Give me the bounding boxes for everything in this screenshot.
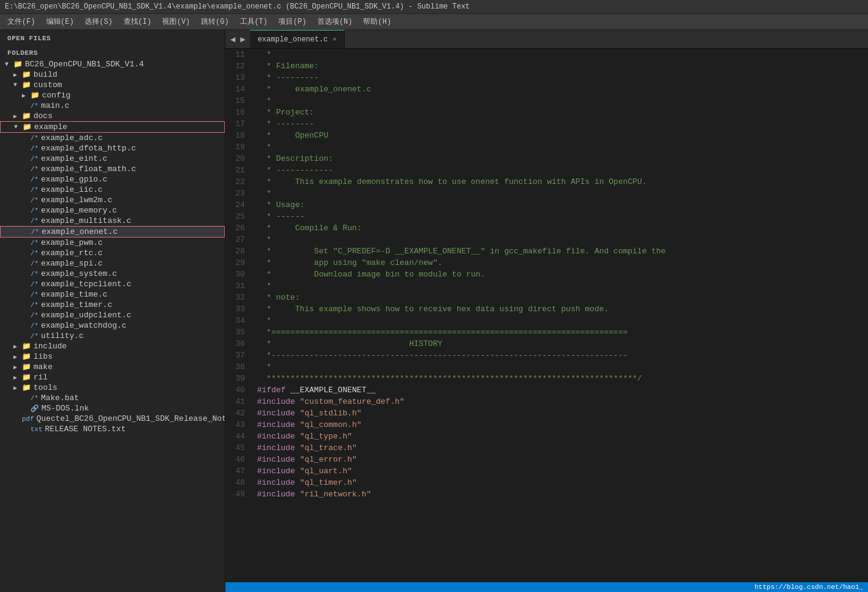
file-item[interactable]: /*example_gpio.c [0,174,225,185]
menu-item[interactable]: 选择(S) [80,15,118,28]
file-item[interactable]: /*example_dfota_http.c [0,143,225,153]
line-content: #include "ql_uart.h" [255,465,868,477]
file-item[interactable]: /*example_time.c [0,289,225,300]
code-line: 38 * [225,361,868,373]
menu-item[interactable]: 编辑(E) [41,15,79,28]
open-files-label: OPEN FILES [0,30,225,44]
folder-item[interactable]: ▶📁ril [0,372,225,382]
file-item[interactable]: pdfQuectel_BC26_OpenCPU_NB1_SDK_Release_… [0,414,225,424]
file-type-icon: /* [30,145,38,152]
file-label: utility.c [41,331,83,340]
file-item[interactable]: /*example_iic.c [0,185,225,195]
code-line: 42#include "ql_stdlib.h" [225,407,868,419]
menu-item[interactable]: 帮助(H) [358,15,396,28]
file-label: example_udpclient.c [41,311,131,320]
line-content: #ifdef __EXAMPLE_ONENET__ [255,384,868,396]
tab-close-icon[interactable]: × [333,36,337,43]
file-label: example_time.c [41,290,107,299]
folder-icon: 📁 [22,342,31,351]
folder-item[interactable]: ▶📁libs [0,351,225,362]
folder-label: custom [34,80,62,90]
file-type-icon: /* [30,270,38,278]
folder-label: tools [34,383,57,392]
menu-item[interactable]: 视图(V) [157,15,195,28]
code-line: 34 * [225,315,868,326]
menu-item[interactable]: 跳转(G) [196,15,234,28]
line-number: 31 [225,280,255,292]
file-item[interactable]: /*example_udpclient.c [0,310,225,320]
code-line: 47#include "ql_uart.h" [225,465,868,477]
code-line: 27 * [225,234,868,245]
folder-item[interactable]: ▶📁config [0,90,225,100]
file-type-icon: /* [30,281,38,288]
file-item[interactable]: /*example_lwm2m.c [0,195,225,205]
file-type-icon: /* [30,197,38,204]
status-bar: https://blog.csdn.net/hao1_ [225,582,868,592]
tab-label: example_onenet.c [258,35,328,44]
line-number: 27 [225,234,255,245]
folder-item[interactable]: ▼📁example [0,121,225,133]
folder-arrow: ▶ [13,353,22,361]
nav-right-arrow[interactable]: ▶ [238,32,247,47]
nav-left-arrow[interactable]: ◀ [228,32,238,47]
file-item[interactable]: 🔗MS-DOS.lnk [0,403,225,414]
line-number: 20 [225,153,255,164]
code-line: 22 * This example demonstrates how to us… [225,176,868,188]
file-item[interactable]: /*main.c [0,100,225,111]
line-number: 29 [225,257,255,269]
file-type-icon: /* [30,207,38,214]
folder-item[interactable]: ▼📁BC26_OpenCPU_NB1_SDK_V1.4 [0,59,225,69]
file-item[interactable]: /*example_memory.c [0,205,225,216]
menu-item[interactable]: 工具(T) [235,15,273,28]
file-item[interactable]: /*example_tcpclient.c [0,279,225,289]
line-content: *---------------------------------------… [255,350,868,361]
file-item[interactable]: /*example_watchdog.c [0,320,225,331]
file-item[interactable]: /*example_eint.c [0,153,225,164]
menu-item[interactable]: 首选项(N) [312,15,358,28]
file-item[interactable]: /*example_system.c [0,269,225,279]
folder-icon: 📁 [22,80,31,90]
menu-item[interactable]: 项目(P) [273,15,311,28]
folder-item[interactable]: ▶📁docs [0,111,225,121]
menu-item[interactable]: 文件(F) [2,15,40,28]
file-label: example_memory.c [41,206,117,215]
folder-item[interactable]: ▶📁include [0,341,225,351]
file-item[interactable]: /*example_adc.c [0,133,225,143]
file-item[interactable]: /*example_onenet.c [0,226,225,238]
folder-item[interactable]: ▶📁build [0,69,225,80]
line-number: 40 [225,384,255,396]
folder-icon: 📁 [22,383,31,392]
file-label: example_multitask.c [41,216,131,225]
line-number: 16 [225,107,255,118]
file-item[interactable]: /*example_float_math.c [0,164,225,174]
code-line: 35 *====================================… [225,326,868,338]
line-content: * -------- [255,118,868,130]
line-number: 26 [225,222,255,234]
line-number: 28 [225,245,255,257]
folder-item[interactable]: ▶📁make [0,362,225,372]
file-item[interactable]: txtRELEASE NOTES.txt [0,424,225,434]
code-line: 29 * app using "make clean/new". [225,257,868,269]
file-item[interactable]: /*example_spi.c [0,258,225,269]
line-number: 24 [225,199,255,211]
folder-item[interactable]: ▶📁tools [0,382,225,393]
line-number: 18 [225,130,255,141]
folder-label: docs [34,111,52,121]
file-item[interactable]: /*Make.bat [0,393,225,403]
file-label: example_timer.c [41,300,112,309]
file-type-icon: /* [30,135,38,142]
file-item[interactable]: /*utility.c [0,331,225,341]
line-content: *=======================================… [255,326,868,338]
file-item[interactable]: /*example_rtc.c [0,248,225,258]
file-item[interactable]: /*example_timer.c [0,300,225,310]
folder-item[interactable]: ▼📁custom [0,80,225,90]
editor[interactable]: 11 *12 * Filename:13 * ---------14 * exa… [225,49,868,582]
file-item[interactable]: /*example_pwm.c [0,238,225,248]
folder-arrow: ▶ [13,71,22,79]
file-label: example_watchdog.c [41,321,126,330]
folder-arrow: ▶ [22,92,30,99]
tab-example-onenet[interactable]: example_onenet.c × [250,30,345,48]
file-item[interactable]: /*example_multitask.c [0,216,225,226]
menu-item[interactable]: 查找(I) [119,15,157,28]
code-line: 45#include "ql_trace.h" [225,442,868,454]
